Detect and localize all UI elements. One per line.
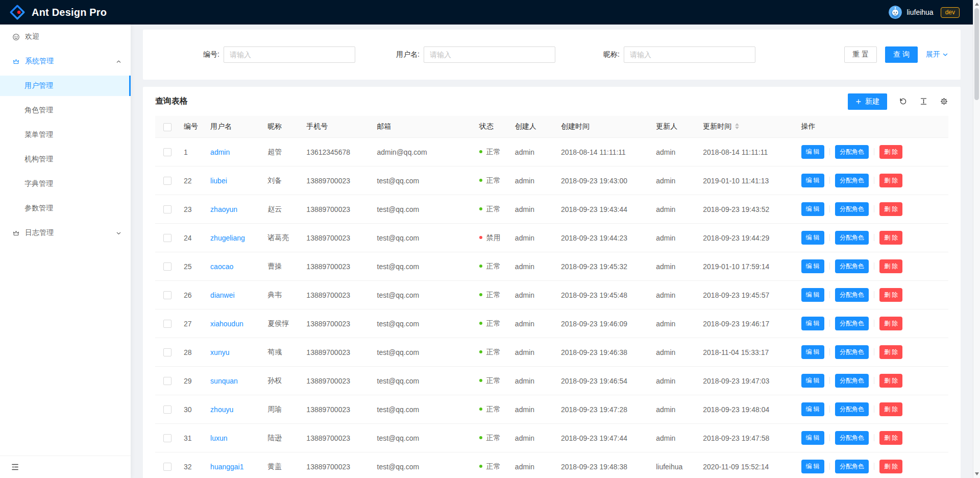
delete-button[interactable]: 删 除 [879, 288, 902, 302]
edit-button[interactable]: 编 辑 [801, 202, 824, 216]
row-checkbox[interactable] [163, 434, 172, 442]
search-button[interactable]: 查 询 [885, 46, 918, 63]
id-input[interactable] [224, 46, 355, 63]
cell-updated-at: 2018-09-23 19:44:29 [699, 224, 797, 252]
sidebar-subitem[interactable]: 用户管理 [0, 76, 131, 96]
sidebar-subitem[interactable]: 机构管理 [0, 149, 131, 170]
cell-actions: 编 辑分配角色删 除 [797, 138, 948, 166]
sidebar-subitem[interactable]: 参数管理 [0, 198, 131, 219]
row-checkbox[interactable] [163, 148, 172, 156]
edit-button[interactable]: 编 辑 [801, 345, 824, 359]
delete-button[interactable]: 删 除 [879, 174, 902, 187]
cell-created-at: 2018-09-23 19:43:44 [557, 195, 652, 224]
username-link[interactable]: zhugeliang [210, 234, 245, 242]
settings-gear-icon[interactable] [940, 97, 948, 106]
assign-role-button[interactable]: 分配角色 [835, 202, 869, 216]
row-checkbox[interactable] [163, 291, 172, 299]
delete-button[interactable]: 删 除 [879, 374, 902, 388]
assign-role-button[interactable]: 分配角色 [835, 259, 869, 273]
assign-role-button[interactable]: 分配角色 [835, 402, 869, 416]
column-height-icon[interactable] [919, 97, 928, 106]
edit-button[interactable]: 编 辑 [801, 174, 824, 187]
edit-button[interactable]: 编 辑 [801, 231, 824, 245]
crown-icon [12, 58, 20, 65]
assign-role-button[interactable]: 分配角色 [835, 460, 869, 473]
user-table: 编号用户名昵称手机号邮箱状态创建人创建时间更新人更新时间操作 1admin超管1… [155, 116, 948, 478]
assign-role-button[interactable]: 分配角色 [835, 288, 869, 302]
sidebar-subitem[interactable]: 菜单管理 [0, 125, 131, 145]
scroll-up-arrow[interactable] [973, 1, 980, 8]
reload-icon[interactable] [899, 97, 908, 106]
logo-area[interactable]: Ant Design Pro [9, 4, 107, 20]
sidebar-item-logs[interactable]: 日志管理 [0, 223, 131, 243]
edit-button[interactable]: 编 辑 [801, 374, 824, 388]
cell-actions: 编 辑分配角色删 除 [797, 224, 948, 252]
assign-role-button[interactable]: 分配角色 [835, 345, 869, 359]
row-checkbox[interactable] [163, 262, 172, 271]
sort-carets-icon[interactable] [735, 123, 739, 129]
assign-role-button[interactable]: 分配角色 [835, 231, 869, 245]
menu-fold-icon[interactable] [11, 463, 19, 471]
edit-button[interactable]: 编 辑 [801, 259, 824, 273]
vertical-scrollbar[interactable] [973, 0, 980, 478]
username-link[interactable]: sunquan [210, 377, 238, 385]
edit-button[interactable]: 编 辑 [801, 460, 824, 473]
row-checkbox[interactable] [163, 405, 172, 414]
scrollbar-thumb[interactable] [974, 8, 979, 100]
row-checkbox[interactable] [163, 205, 172, 213]
scroll-down-arrow[interactable] [973, 470, 980, 477]
assign-role-button[interactable]: 分配角色 [835, 374, 869, 388]
username-link[interactable]: zhouyu [210, 405, 233, 414]
row-checkbox[interactable] [163, 348, 172, 356]
edit-button[interactable]: 编 辑 [801, 317, 824, 330]
username-link[interactable]: xiahoudun [210, 320, 243, 328]
username-input[interactable] [424, 46, 555, 63]
system-submenu: 用户管理角色管理菜单管理机构管理字典管理参数管理 [0, 76, 131, 219]
expand-link[interactable]: 展开 [926, 50, 948, 59]
username-link[interactable]: admin [210, 148, 230, 156]
new-button[interactable]: 新建 [848, 93, 887, 110]
username-link[interactable]: zhaoyun [210, 205, 237, 213]
edit-button[interactable]: 编 辑 [801, 288, 824, 302]
delete-button[interactable]: 删 除 [879, 460, 902, 473]
row-checkbox[interactable] [163, 377, 172, 385]
sidebar-subitem[interactable]: 角色管理 [0, 100, 131, 121]
username-link[interactable]: huanggai1 [210, 463, 243, 471]
assign-role-button[interactable]: 分配角色 [835, 431, 869, 445]
assign-role-button[interactable]: 分配角色 [835, 145, 869, 159]
delete-button[interactable]: 删 除 [879, 145, 902, 159]
assign-role-button[interactable]: 分配角色 [835, 174, 869, 187]
row-checkbox[interactable] [163, 177, 172, 185]
edit-button[interactable]: 编 辑 [801, 402, 824, 416]
delete-button[interactable]: 删 除 [879, 317, 902, 330]
edit-button[interactable]: 编 辑 [801, 431, 824, 445]
user-menu[interactable]: liufeihua dev [889, 6, 960, 19]
chevron-down-icon [942, 52, 948, 58]
cell-creator: admin [511, 252, 557, 281]
delete-button[interactable]: 删 除 [879, 402, 902, 416]
assign-role-button[interactable]: 分配角色 [835, 317, 869, 330]
edit-button[interactable]: 编 辑 [801, 145, 824, 159]
delete-button[interactable]: 删 除 [879, 259, 902, 273]
username-link[interactable]: xunyu [210, 348, 229, 356]
delete-button[interactable]: 删 除 [879, 202, 902, 216]
cell-status: 正常 [475, 452, 511, 478]
sidebar-item-system[interactable]: 系统管理 [0, 51, 131, 71]
delete-button[interactable]: 删 除 [879, 231, 902, 245]
username-link[interactable]: liubei [210, 177, 227, 185]
select-all-checkbox[interactable] [163, 123, 172, 131]
sidebar-item-welcome[interactable]: 欢迎 [0, 27, 131, 47]
column-header[interactable]: 更新时间 [699, 116, 797, 138]
username-link[interactable]: dianwei [210, 291, 234, 299]
delete-button[interactable]: 删 除 [879, 345, 902, 359]
row-checkbox[interactable] [163, 463, 172, 471]
sidebar-subitem[interactable]: 字典管理 [0, 174, 131, 194]
username-link[interactable]: caocao [210, 262, 233, 271]
row-checkbox[interactable] [163, 320, 172, 328]
row-checkbox[interactable] [163, 234, 172, 242]
nickname-input[interactable] [624, 46, 755, 63]
reset-button[interactable]: 重 置 [844, 46, 877, 63]
delete-button[interactable]: 删 除 [879, 431, 902, 445]
cell-status: 正常 [475, 195, 511, 224]
username-link[interactable]: luxun [210, 434, 227, 442]
